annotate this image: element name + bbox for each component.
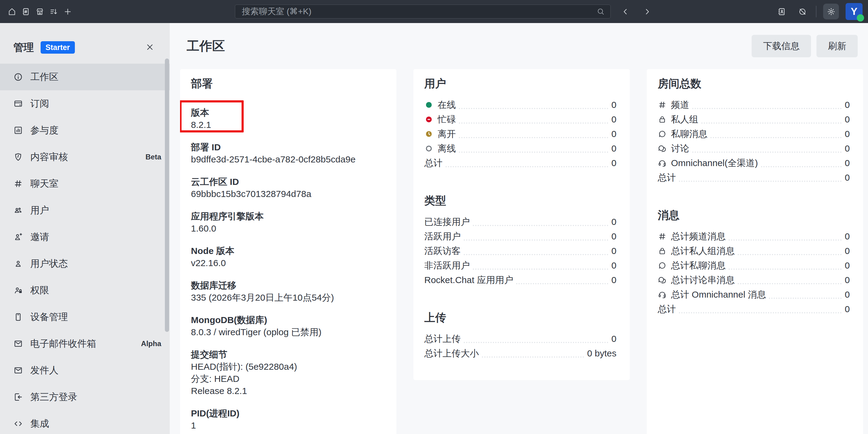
stat-row-connected-users: 已连接用户 0 <box>424 215 616 229</box>
sidebar-item-invites[interactable]: 邀请 <box>0 224 170 250</box>
stat-value: 0 <box>845 275 850 285</box>
deployment-label: 云工作区 ID <box>191 176 383 188</box>
sidebar-item-subscription[interactable]: 订阅 <box>0 90 170 117</box>
user-plus-icon <box>13 232 23 242</box>
stat-row-active-guests: 活跃访客 0 <box>424 244 616 258</box>
status-online-icon <box>424 100 433 110</box>
create-new-button[interactable] <box>61 4 74 19</box>
stat-value: 0 <box>611 100 616 110</box>
chevron-left-icon <box>621 7 630 16</box>
hash-icon <box>13 179 23 188</box>
beta-tag: Beta <box>146 153 161 161</box>
history-back-button[interactable] <box>618 4 632 19</box>
mail-icon <box>13 366 23 375</box>
status-offline-icon <box>424 144 433 153</box>
stat-row-messages-total: 总计 0 <box>658 302 850 316</box>
sidebar-item-permissions[interactable]: 权限 <box>0 277 170 304</box>
dotted-leader <box>464 254 608 255</box>
sidebar-item-third-party-login[interactable]: 第三方登录 <box>0 384 170 410</box>
sidebar-item-rooms[interactable]: 聊天室 <box>0 170 170 197</box>
dotted-leader <box>464 240 608 241</box>
stat-value: 0 <box>611 114 616 125</box>
sidebar-scrollbar[interactable] <box>165 59 169 332</box>
dotted-leader <box>701 122 842 124</box>
section-title-messages: 消息 <box>658 208 850 222</box>
sidebar-item-workspace[interactable]: 工作区 <box>0 64 170 90</box>
marketplace-icon <box>35 7 44 16</box>
section-title-users: 用户 <box>424 76 616 91</box>
stat-value: 0 <box>845 100 850 110</box>
sidebar-item-mailer[interactable]: 发件人 <box>0 357 170 384</box>
section-title-total-rooms: 房间总数 <box>658 76 850 91</box>
code-icon <box>13 419 23 429</box>
workspace-content: 部署 版本 8.2.1 部署 ID b9dffe3d-2571-4cbe-a78… <box>180 69 863 434</box>
deployment-label: Node 版本 <box>191 245 383 257</box>
history-forward-button[interactable] <box>640 4 654 19</box>
deployment-item-node-version: Node 版本 v22.16.0 <box>191 245 383 269</box>
deployment-label: PID(进程ID) <box>191 407 383 420</box>
page-header: 工作区 下载信息 刷新 <box>170 23 868 69</box>
admin-sidebar-header: 管理 Starter <box>0 23 170 64</box>
stat-value: 0 <box>845 231 850 242</box>
discussion-icon <box>658 276 667 285</box>
close-admin-button[interactable] <box>146 41 157 53</box>
deployment-item-commit-details: 提交细节 HEAD(指针): (5e92280a4) 分支: HEAD Rele… <box>191 348 383 397</box>
shield-icon <box>13 152 23 162</box>
refresh-button[interactable]: 刷新 <box>816 35 858 57</box>
dotted-leader <box>679 312 842 313</box>
stat-value: 0 <box>611 158 616 168</box>
deployment-item-deployment-id: 部署 ID b9dffe3d-2571-4cbe-a782-0cf28b5cda… <box>191 141 383 165</box>
dotted-leader <box>459 108 608 109</box>
chat-bubble-icon <box>658 129 667 138</box>
dotted-leader <box>459 122 608 124</box>
stat-value: 0 <box>845 304 850 314</box>
section-title-deployment: 部署 <box>191 76 383 91</box>
admin-settings-button[interactable] <box>823 4 839 20</box>
user-icon <box>13 259 23 269</box>
sidebar-item-device-management[interactable]: 设备管理 <box>0 304 170 330</box>
gear-icon <box>827 7 836 16</box>
sidebar-item-user-status[interactable]: 用户状态 <box>0 250 170 277</box>
download-info-button[interactable]: 下载信息 <box>752 35 811 57</box>
stat-value: 0 <box>611 246 616 256</box>
stat-value: 0 <box>845 260 850 271</box>
dotted-leader <box>464 342 608 343</box>
chat-bubble-icon <box>658 261 667 270</box>
stat-value: 0 <box>611 260 616 271</box>
stat-row-private-groups: 私人组 0 <box>658 112 850 127</box>
search-icon <box>596 7 605 16</box>
deployment-label: 部署 ID <box>191 141 383 153</box>
stat-value: 0 <box>845 289 850 300</box>
home-button[interactable] <box>5 4 19 19</box>
stat-value: 0 <box>845 173 850 183</box>
hash-icon <box>658 100 667 110</box>
mail-icon <box>13 339 23 348</box>
sidebar-item-moderation[interactable]: 内容审核 Beta <box>0 144 170 170</box>
avatar[interactable]: Y <box>845 3 863 20</box>
deployment-label: 应用程序引擎版本 <box>191 210 383 222</box>
marketplace-button[interactable] <box>33 4 47 19</box>
sort-button[interactable] <box>47 4 61 19</box>
search-bar[interactable] <box>235 4 611 19</box>
search-input[interactable] <box>235 5 596 18</box>
sidebar-item-label: 集成 <box>30 417 161 430</box>
info-circle-icon <box>13 72 23 82</box>
sidebar-item-label: 订阅 <box>30 97 161 110</box>
section-title-uploads: 上传 <box>424 310 616 325</box>
sidebar-item-email-inboxes[interactable]: 电子邮件收件箱 Alpha <box>0 330 170 357</box>
directory-button[interactable] <box>19 4 33 19</box>
status-away-icon <box>424 129 433 138</box>
dotted-leader <box>738 283 842 284</box>
sidebar-item-label: 第三方登录 <box>30 391 161 403</box>
sidebar-item-integrations[interactable]: 集成 <box>0 410 170 434</box>
contacts-button[interactable] <box>775 4 788 19</box>
headset-icon <box>658 290 667 299</box>
sidebar-item-label: 权限 <box>30 284 161 297</box>
dotted-leader <box>473 269 608 270</box>
address-book-icon <box>777 7 786 16</box>
stat-value: 0 <box>845 246 850 256</box>
chat-disabled-button[interactable] <box>795 4 809 19</box>
sidebar-item-users[interactable]: 用户 <box>0 197 170 224</box>
stat-row-total-uploads-size: 总计上传大小 0 bytes <box>424 346 616 361</box>
sidebar-item-engagement[interactable]: 参与度 <box>0 117 170 144</box>
